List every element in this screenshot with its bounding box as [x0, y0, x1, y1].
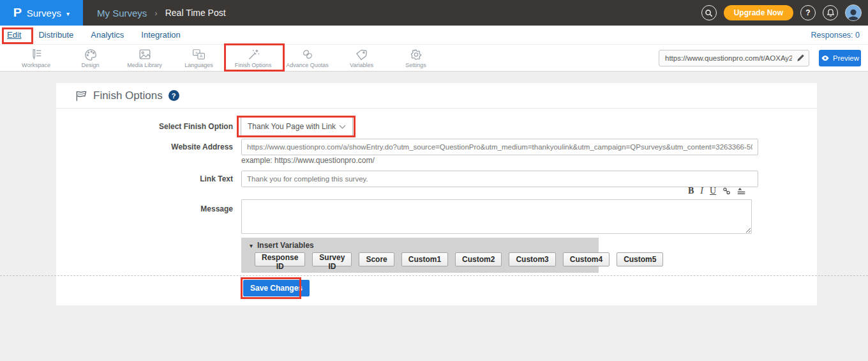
- variable-button-custom3[interactable]: Custom3: [509, 252, 555, 266]
- search-button[interactable]: [701, 5, 717, 20]
- toolbar-item-finish-options[interactable]: Finish Options: [226, 45, 280, 72]
- chevron-down-icon: [339, 125, 346, 129]
- media-library-icon: [138, 49, 151, 61]
- message-editor-toolbar: B I U: [688, 187, 745, 196]
- variable-button-custom1[interactable]: Custom1: [401, 252, 448, 266]
- finish-flag-icon: [75, 90, 87, 102]
- message-label: Message: [56, 204, 233, 213]
- finish-option-selected-value: Thank You Page with Link: [248, 122, 339, 131]
- toolbar-item-workspace[interactable]: Workspace: [9, 45, 63, 72]
- topbar-actions: Upgrade Now ?: [701, 4, 868, 21]
- breadcrumb-separator: ›: [154, 8, 157, 18]
- page-title: Finish Options: [93, 89, 163, 102]
- workspace-icon: [30, 49, 43, 61]
- toolbar-item-media-library[interactable]: Media Library: [117, 45, 172, 72]
- tab-distribute[interactable]: Distribute: [38, 30, 73, 40]
- toolbar-item-design[interactable]: Design: [63, 45, 117, 72]
- settings-icon: [410, 49, 423, 61]
- underline-button[interactable]: U: [710, 187, 716, 196]
- breadcrumb: My Surveys › Real Time Post: [97, 8, 226, 19]
- insert-variables-toggle[interactable]: ▾ Insert Variables: [241, 238, 599, 250]
- design-icon: [84, 49, 97, 61]
- bold-button[interactable]: B: [688, 187, 694, 196]
- website-address-label: Website Address: [56, 142, 233, 151]
- eye-icon: [821, 55, 830, 61]
- tab-edit[interactable]: Edit: [7, 30, 21, 40]
- link-icon: [722, 187, 731, 195]
- preview-label: Preview: [833, 54, 859, 62]
- panel-header: Finish Options ?: [56, 83, 817, 109]
- tabs-list: Edit Distribute Analytics Integration: [0, 30, 181, 40]
- variable-button-custom4[interactable]: Custom4: [563, 252, 610, 266]
- save-changes-button[interactable]: Save Changes: [243, 280, 310, 296]
- link-text-label: Link Text: [56, 174, 233, 183]
- product-switcher[interactable]: P Surveys ▾: [0, 0, 83, 26]
- chevron-down-icon: ▾: [66, 10, 70, 17]
- survey-url-input[interactable]: [659, 50, 809, 66]
- question-mark-icon: ?: [805, 8, 810, 17]
- link-text-input[interactable]: [241, 171, 758, 187]
- section-divider: [0, 275, 868, 276]
- preview-button[interactable]: Preview: [819, 50, 861, 66]
- variable-buttons-row: Response ID Survey ID Score Custom1 Cust…: [241, 250, 599, 266]
- survey-url-field: [659, 50, 809, 66]
- notifications-button[interactable]: [823, 5, 838, 20]
- variable-button-survey-id[interactable]: Survey ID: [312, 252, 352, 266]
- toolbar-item-settings[interactable]: Settings: [389, 45, 443, 72]
- collapse-triangle-icon: ▾: [250, 242, 253, 249]
- align-button[interactable]: [737, 187, 745, 195]
- variable-button-score[interactable]: Score: [359, 252, 394, 266]
- survey-nav-tabs: Edit Distribute Analytics Integration Re…: [0, 26, 868, 45]
- finish-option-label: Select Finish Option: [56, 122, 233, 131]
- insert-variables-panel: ▾ Insert Variables Response ID Survey ID…: [241, 238, 599, 273]
- finish-options-icon: [247, 49, 260, 61]
- responses-count[interactable]: Responses: 0: [811, 31, 868, 40]
- link-button[interactable]: [722, 187, 731, 195]
- toolbar-item-advance-quotas[interactable]: Advance Quotas: [280, 45, 334, 72]
- search-icon: [705, 9, 713, 17]
- top-navbar: P Surveys ▾ My Surveys › Real Time Post …: [0, 0, 868, 26]
- toolbar-item-languages[interactable]: xA Languages: [172, 45, 226, 72]
- person-icon: [846, 8, 860, 20]
- bell-icon: [827, 8, 835, 17]
- toolbar-item-variables[interactable]: Variables: [334, 45, 389, 72]
- message-textarea[interactable]: [241, 199, 752, 234]
- italic-button[interactable]: I: [700, 187, 703, 196]
- website-address-input[interactable]: [241, 139, 758, 155]
- breadcrumb-current-survey: Real Time Post: [165, 8, 226, 18]
- questionpro-logo: P: [13, 6, 22, 20]
- help-button[interactable]: ?: [800, 5, 816, 20]
- svg-text:A: A: [200, 54, 203, 58]
- edit-toolbar: Workspace Design Media Library xA Langua…: [0, 45, 868, 72]
- align-icon: [737, 187, 745, 195]
- advance-quotas-icon: [301, 49, 314, 61]
- insert-variables-title: Insert Variables: [257, 241, 314, 250]
- variable-button-response-id[interactable]: Response ID: [255, 252, 305, 266]
- product-label: Surveys: [27, 8, 61, 19]
- tab-analytics[interactable]: Analytics: [91, 30, 124, 40]
- finish-options-help-icon[interactable]: ?: [168, 90, 179, 101]
- user-avatar[interactable]: [845, 4, 862, 21]
- upgrade-now-button[interactable]: Upgrade Now: [724, 5, 793, 20]
- website-example-text: example: https://www.questionpro.com/: [241, 156, 375, 165]
- finish-options-panel: Finish Options ? Select Finish Option Th…: [56, 83, 817, 305]
- toolbar-items: Workspace Design Media Library xA Langua…: [9, 45, 443, 72]
- variable-button-custom5[interactable]: Custom5: [617, 252, 663, 266]
- pencil-icon: [796, 53, 806, 63]
- variables-icon: [355, 49, 368, 61]
- finish-option-select[interactable]: Thank You Page with Link: [241, 117, 353, 136]
- edit-url-button[interactable]: [796, 53, 806, 63]
- variable-button-custom2[interactable]: Custom2: [455, 252, 502, 266]
- tab-integration[interactable]: Integration: [141, 30, 180, 40]
- languages-icon: xA: [192, 49, 206, 61]
- breadcrumb-my-surveys[interactable]: My Surveys: [97, 8, 147, 19]
